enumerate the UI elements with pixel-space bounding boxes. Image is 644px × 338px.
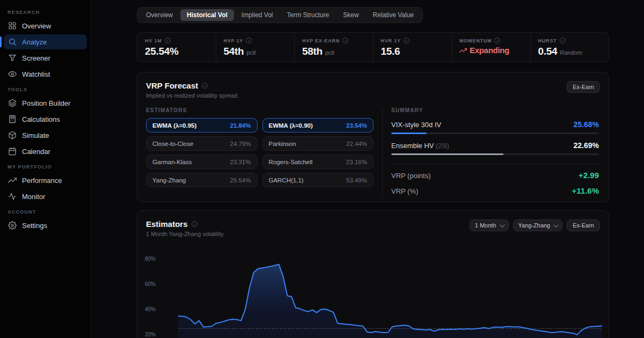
sidebar-item-monitor[interactable]: Monitor — [4, 189, 87, 204]
grid-icon — [8, 21, 17, 30]
estimator-pill-parkinson[interactable]: Parkinson22.44% — [262, 136, 374, 151]
vrp-forecast-card: VRP Forecast Implied vs realized volatil… — [137, 72, 609, 202]
info-icon[interactable] — [246, 38, 252, 43]
iv-progress-track — [391, 133, 599, 134]
sidebar-section-label: TOOLS — [0, 87, 91, 92]
estimator-name: Close-to-Close — [152, 141, 193, 147]
ex-earn-badge[interactable]: Ex-Earn — [567, 219, 600, 231]
sidebar-item-label: Simulate — [22, 131, 49, 139]
hv-value: 22.69% — [574, 141, 599, 150]
hv-count-note: (2/8) — [436, 142, 449, 150]
vrp-card-title: VRP Forecast — [146, 81, 198, 90]
estimators-card-title: Estimators — [146, 219, 188, 229]
sidebar-item-analyze[interactable]: Analyze — [4, 34, 87, 49]
estimator-pill-rogers-satchell[interactable]: Rogers-Satchell23.16% — [262, 155, 374, 169]
estimator-value: 21.84% — [230, 122, 251, 129]
estimator-value: 53.49% — [346, 177, 367, 183]
sidebar: RESEARCHOverviewAnalyzeScreenerWatchlist… — [0, 0, 91, 338]
stats-bar: HV 1M25.54%HVP 1Y54thpctlHVP EX-EARN58th… — [137, 32, 609, 62]
sidebar-section-label: MY PORTFOLIO — [0, 164, 91, 170]
hv-progress-track — [391, 153, 599, 155]
stat-label: HVR 1Y — [381, 38, 401, 43]
sidebar-section-label: RESEARCH — [0, 10, 91, 15]
estimator-pill-garch-1-1[interactable]: GARCH(1,1)53.49% — [262, 173, 374, 187]
tab-historical-vol[interactable]: Historical Vol — [180, 9, 234, 21]
chevron-down-icon — [553, 222, 559, 227]
main-content: OverviewHistorical VolImplied VolTerm St… — [91, 0, 644, 338]
sidebar-section-label: ACCOUNT — [0, 209, 91, 215]
estimator-name: Rogers-Satchell — [269, 159, 313, 165]
stat-label: HURST — [538, 38, 557, 43]
volatility-chart[interactable]: 80%60%40%20% — [146, 245, 600, 338]
sidebar-item-label: Performance — [22, 177, 62, 185]
estimator-dropdown[interactable]: Yang-Zhang — [513, 219, 563, 231]
y-axis-tick: 20% — [134, 332, 156, 337]
stat-hurst: HURST0.54Random — [530, 33, 609, 62]
volatility-area-chart — [178, 245, 602, 338]
stat-label: HV 1M — [145, 38, 162, 43]
estimator-pill-ewma-0-95[interactable]: EWMA (λ=0.95)21.84% — [146, 118, 258, 133]
sidebar-item-position-builder[interactable]: Position Builder — [4, 95, 87, 111]
sidebar-item-calculations[interactable]: Calculations — [4, 112, 87, 127]
sidebar-item-label: Analyze — [22, 38, 47, 46]
tab-term-structure[interactable]: Term Structure — [281, 9, 336, 21]
sidebar-item-watchlist[interactable]: Watchlist — [4, 67, 87, 82]
trending-up-icon — [459, 47, 467, 54]
estimator-pill-garman-klass[interactable]: Garman-Klass23.31% — [146, 155, 258, 169]
estimator-value: 23.16% — [346, 159, 367, 165]
sidebar-item-screener[interactable]: Screener — [4, 50, 87, 65]
sidebar-item-calendar[interactable]: Calendar — [4, 144, 87, 159]
info-icon[interactable] — [192, 221, 197, 227]
sidebar-item-simulate[interactable]: Simulate — [4, 128, 87, 143]
info-icon[interactable] — [202, 83, 208, 89]
info-icon[interactable] — [494, 38, 500, 43]
vrp-card-subtitle: Implied vs realized volatility spread. — [146, 92, 239, 99]
estimator-pill-close-to-close[interactable]: Close-to-Close24.79% — [146, 136, 258, 151]
tab-overview[interactable]: Overview — [140, 9, 179, 21]
estimator-name: Garman-Klass — [152, 159, 192, 165]
summary-iv-row: VIX-style 30d IV 25.68% — [391, 120, 599, 129]
estimator-name: EWMA (λ=0.95) — [152, 122, 196, 129]
estimator-pill-yang-zhang[interactable]: Yang-Zhang25.54% — [146, 173, 258, 187]
sidebar-item-settings[interactable]: Settings — [4, 218, 87, 233]
sidebar-item-overview[interactable]: Overview — [4, 18, 87, 33]
stat-momentum: MOMENTUMExpanding — [451, 33, 530, 62]
iv-label: VIX-style 30d IV — [391, 121, 441, 129]
info-icon[interactable] — [165, 38, 171, 43]
tab-skew[interactable]: Skew — [336, 9, 365, 21]
calculator-icon — [8, 115, 17, 123]
period-dropdown[interactable]: 1 Month — [470, 219, 509, 231]
search-icon — [8, 38, 17, 46]
sidebar-item-performance[interactable]: Performance — [4, 173, 87, 188]
vrp-points-value: +2.99 — [579, 171, 599, 180]
estimators-card: Estimators 1 Month Yang-Zhang volatility… — [137, 210, 609, 338]
activity-icon — [8, 192, 17, 201]
iv-value: 25.68% — [574, 120, 599, 129]
gear-icon — [8, 221, 17, 230]
estimator-pill-ewma-0-90[interactable]: EWMA (λ=0.90)23.54% — [262, 118, 374, 133]
stat-value: 58th — [302, 46, 323, 57]
stat-hvp-1y: HVP 1Y54thpctl — [216, 33, 295, 62]
vrp-pct-label: VRP (%) — [391, 187, 418, 195]
filter-icon — [8, 54, 17, 62]
stat-suffix: Random — [560, 49, 582, 56]
stat-hv-1m: HV 1M25.54% — [137, 33, 216, 62]
stat-hvr-1y: HVR 1Y15.6 — [373, 33, 452, 62]
stat-value: 0.54 — [538, 46, 558, 57]
info-icon[interactable] — [560, 38, 566, 43]
y-axis-tick: 80% — [134, 256, 156, 262]
estimators-card-subtitle: 1 Month Yang-Zhang volatility. — [146, 231, 225, 237]
info-icon[interactable] — [342, 38, 348, 43]
sidebar-item-label: Screener — [22, 54, 50, 62]
vertical-divider — [382, 107, 383, 195]
tab-implied-vol[interactable]: Implied Vol — [235, 9, 280, 21]
stat-label: HVP EX-EARN — [302, 38, 340, 43]
tab-relative-value[interactable]: Relative Value — [367, 9, 421, 21]
stat-value: 25.54% — [145, 46, 179, 57]
trending-up-icon — [8, 176, 17, 185]
ex-earn-badge[interactable]: Ex-Earn — [567, 81, 600, 93]
package-icon — [8, 131, 17, 139]
estimators-section-label: ESTIMATORS — [146, 107, 374, 113]
hv-progress-fill — [391, 153, 503, 155]
info-icon[interactable] — [404, 38, 409, 43]
